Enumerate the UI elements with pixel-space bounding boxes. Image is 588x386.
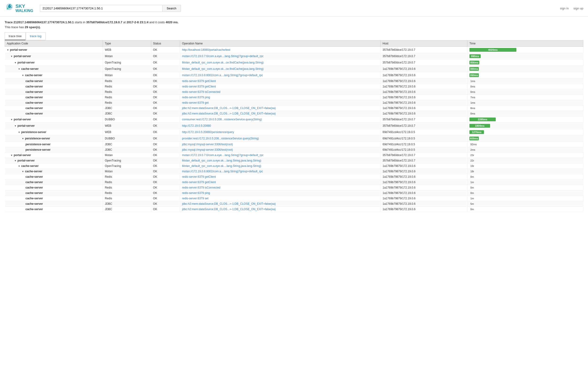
host-cell: 69d7491cd4cc/172.19.0.5 xyxy=(381,135,467,141)
time-cell: 92ms xyxy=(467,141,583,147)
time-cell: 2ms xyxy=(467,147,583,152)
time-bar-label: 260ms xyxy=(470,74,478,77)
op-name-cell: Motan_default_rpc_com.a.eye.sk....lang.S… xyxy=(180,158,381,163)
trace-table: Application Code Type Status Operation N… xyxy=(5,40,583,212)
op-name-cell: motan://172.19.0.6:8002/com.a....lang.St… xyxy=(180,169,381,174)
time-cell: 1804ms xyxy=(467,122,583,129)
type-cell: Redis xyxy=(103,179,151,185)
time-cell: 0m xyxy=(467,185,583,190)
tab-trace-log[interactable]: trace log xyxy=(26,32,45,40)
time-bar-label: 990ms xyxy=(471,55,479,58)
expand-arrow[interactable]: ▼ xyxy=(22,170,24,173)
op-name-cell: redis-server:6379 ping xyxy=(180,190,381,196)
expand-arrow[interactable]: ▼ xyxy=(7,49,9,51)
trace-info-line2: This trace has 29 span(s). xyxy=(5,25,583,30)
time-cell: 0m xyxy=(467,190,583,196)
app-code-cell: cache-server xyxy=(5,105,103,111)
type-cell: WEB xyxy=(103,46,151,53)
type-cell: Motan xyxy=(103,152,151,158)
table-row: cache-serverRedisOKredis-server:6379 pin… xyxy=(5,94,583,100)
expand-arrow[interactable]: ▼ xyxy=(14,125,17,127)
status-cell: OK xyxy=(151,72,180,78)
expand-arrow[interactable]: ▼ xyxy=(18,68,21,70)
host-cell: 1a1769b79879/172.19.0.6 xyxy=(381,111,467,116)
host-cell: 1a1769b79879/172.19.0.6 xyxy=(381,185,467,190)
app-code-cell: cache-server xyxy=(5,174,103,179)
op-name-cell: Motan_default_rpc_com.a.eye.sk...ce.find… xyxy=(180,66,381,72)
type-cell: JDBC xyxy=(103,206,151,212)
app-code-cell: cache-server xyxy=(5,196,103,201)
time-text: 0m xyxy=(469,186,474,189)
expand-arrow[interactable]: ▼ xyxy=(22,74,24,77)
time-cell: 0ms xyxy=(467,89,583,94)
time-bar: 609ms xyxy=(469,136,479,140)
time-text: 18r xyxy=(469,170,474,173)
tab-trace-tree[interactable]: trace tree xyxy=(5,32,26,40)
expand-arrow[interactable]: ▼ xyxy=(22,137,24,140)
expand-arrow[interactable]: ▼ xyxy=(14,159,17,162)
expand-arrow[interactable]: ▼ xyxy=(18,165,21,167)
app-code-cell: cache-server xyxy=(5,206,103,212)
app-code-cell: cache-server xyxy=(5,94,103,100)
search-input[interactable] xyxy=(40,5,163,12)
table-row: ▼cache-serverOpenTracingOKMotan_default_… xyxy=(5,66,583,72)
time-text: 1m xyxy=(469,197,474,200)
time-bar: 260ms xyxy=(469,73,479,77)
type-cell: JDBC xyxy=(103,147,151,152)
status-cell: OK xyxy=(151,163,180,169)
host-cell: 1a1769b79879/172.19.0.6 xyxy=(381,190,467,196)
expand-arrow[interactable]: ▼ xyxy=(11,154,13,157)
type-cell: Redis xyxy=(103,196,151,201)
status-cell: OK xyxy=(151,89,180,94)
table-row: cache-serverRedisOKredis-server:6379 pin… xyxy=(5,190,583,196)
app-code-cell: cache-server xyxy=(5,201,103,206)
type-cell: JDBC xyxy=(103,105,151,111)
time-text: 22r xyxy=(469,159,474,162)
type-cell: Motan xyxy=(103,169,151,174)
expand-arrow[interactable]: ▼ xyxy=(18,131,21,134)
status-cell: OK xyxy=(151,46,180,53)
app-code-cell: ▼portal-server xyxy=(5,53,103,59)
time-text: 5m xyxy=(469,203,474,205)
time-text: 0m xyxy=(469,192,474,194)
op-name-cell: comsumer:rest://172.19.0.5:208...rsisten… xyxy=(180,116,381,122)
op-name-cell: jdbc:h2:mem:dataSource;DB_CLOS...=-1;DB_… xyxy=(180,201,381,206)
table-row: ▼persistence-serverDUBBOOKprovider:rest:… xyxy=(5,135,583,141)
table-row: ▼portal-serverWEBOKhttp://localhost:1808… xyxy=(5,46,583,53)
type-cell: OpenTracing xyxy=(103,158,151,163)
host-cell: 357b87b60dce/172.19.0.7 xyxy=(381,116,467,122)
time-cell: 1m xyxy=(467,196,583,201)
table-row: cache-serverJDBCOKjdbc:h2:mem:dataSource… xyxy=(5,201,583,206)
type-cell: JDBC xyxy=(103,111,151,116)
search-button[interactable]: Search xyxy=(163,5,181,12)
time-cell: 0ms xyxy=(467,84,583,89)
time-text: 1m xyxy=(469,181,474,183)
expand-arrow[interactable]: ▼ xyxy=(14,61,17,64)
time-cell: 0m xyxy=(467,206,583,212)
expand-arrow[interactable]: ▼ xyxy=(11,118,13,121)
status-cell: OK xyxy=(151,105,180,111)
op-name-cell: redis-server:6379 getClient xyxy=(180,179,381,185)
logo-text: SKY WALKING xyxy=(16,3,33,13)
time-cell: 0ms xyxy=(467,111,583,116)
host-cell: 1a1769b79879/172.19.0.6 xyxy=(381,105,467,111)
time-bar: 300ms xyxy=(469,67,479,71)
col-app-code: Application Code xyxy=(5,40,103,46)
time-cell: 22r xyxy=(467,158,583,163)
time-cell: 856ms xyxy=(467,59,583,66)
app-code-cell: ▼portal-server xyxy=(5,116,103,122)
op-name-cell: motan://172.19.0.7:0/com.a.eye....lang.S… xyxy=(180,53,381,59)
app-code-cell: ▼portal-server xyxy=(5,46,103,53)
sign-up-link[interactable]: sign up xyxy=(573,7,583,10)
op-name-cell: http://172.19.0.5:20880 xyxy=(180,122,381,129)
op-name-cell: http://localhost:18080/portal/cache/test xyxy=(180,46,381,53)
host-cell: 357b87b60dce/172.19.0.7 xyxy=(381,53,467,59)
logo: SKY WALKING xyxy=(5,2,35,14)
sign-in-link[interactable]: sign in xyxy=(560,7,569,10)
op-name-cell: motan://172.19.0.6:8002/com.a....lang.St… xyxy=(180,72,381,78)
time-text: 0m xyxy=(469,175,474,178)
expand-arrow[interactable]: ▼ xyxy=(11,55,13,58)
host-cell: 69d7491cd4cc/172.19.0.5 xyxy=(381,129,467,135)
table-row: cache-serverRedisOKredis-server:6379 get… xyxy=(5,84,583,89)
app-code-cell: cache-server xyxy=(5,78,103,84)
